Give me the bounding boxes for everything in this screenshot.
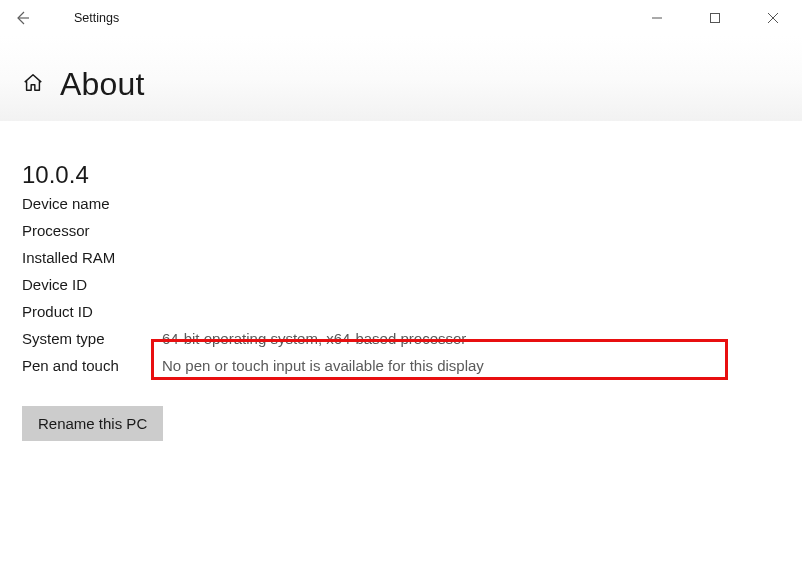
product-id-label: Product ID xyxy=(22,303,162,320)
pen-touch-value: No pen or touch input is available for t… xyxy=(162,357,780,374)
page-title: About xyxy=(60,66,145,103)
window-controls xyxy=(628,0,802,36)
minimize-button[interactable] xyxy=(628,0,686,36)
svg-rect-0 xyxy=(711,14,720,23)
rename-pc-button[interactable]: Rename this PC xyxy=(22,406,163,441)
product-id-value xyxy=(162,303,780,320)
maximize-button[interactable] xyxy=(686,0,744,36)
close-button[interactable] xyxy=(744,0,802,36)
processor-label: Processor xyxy=(22,222,162,239)
minimize-icon xyxy=(652,13,662,23)
installed-ram-label: Installed RAM xyxy=(22,249,162,266)
installed-ram-value xyxy=(162,249,780,266)
device-name-label: Device name xyxy=(22,195,162,212)
back-button[interactable] xyxy=(0,0,44,36)
pen-touch-label: Pen and touch xyxy=(22,357,162,374)
version-text: 10.0.4 xyxy=(22,161,780,189)
device-id-value xyxy=(162,276,780,293)
titlebar: Settings xyxy=(0,0,802,36)
device-specs: Device name Processor Installed RAM Devi… xyxy=(22,195,780,374)
close-icon xyxy=(768,13,778,23)
app-title: Settings xyxy=(74,11,119,25)
processor-value xyxy=(162,222,780,239)
system-type-value: 64-bit operating system, x64-based proce… xyxy=(162,330,780,347)
maximize-icon xyxy=(710,13,720,23)
home-icon[interactable] xyxy=(22,72,44,98)
back-arrow-icon xyxy=(14,10,30,26)
system-type-label: System type xyxy=(22,330,162,347)
page-header: About xyxy=(0,36,802,121)
device-name-value xyxy=(162,195,780,212)
about-content: 10.0.4 Device name Processor Installed R… xyxy=(0,161,802,441)
device-id-label: Device ID xyxy=(22,276,162,293)
